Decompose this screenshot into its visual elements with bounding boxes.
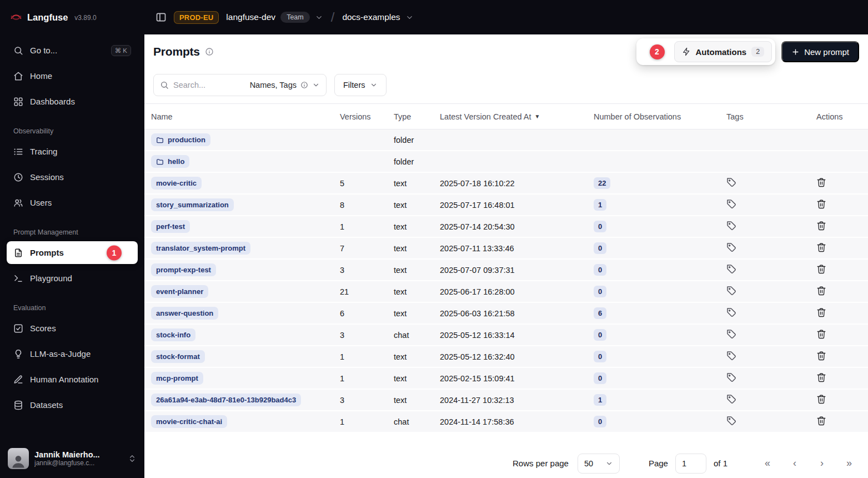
table-row[interactable]: answer-question 6 text 2025-06-03 16:21:… [144,303,868,325]
table-row[interactable]: movie-critic 5 text 2025-07-18 16:10:22 … [144,173,868,195]
sidebar-item-sessions[interactable]: Sessions [7,166,138,188]
tag-icon[interactable] [726,221,736,231]
sidebar-item-tracing[interactable]: Tracing [7,140,138,163]
table-row[interactable]: stock-format 1 text 2025-05-12 16:32:40 … [144,346,868,368]
table-row[interactable]: story_summarization 8 text 2025-07-17 16… [144,195,868,216]
tag-icon[interactable] [726,199,736,209]
search-scope-selector[interactable]: Names, Tags [250,81,320,89]
delete-button[interactable] [816,177,826,187]
delete-button[interactable] [816,286,826,296]
tag-icon[interactable] [726,286,736,296]
delete-button[interactable] [816,221,826,231]
org-switcher[interactable]: langfuse-dev Team [226,12,323,23]
delete-button[interactable] [816,307,826,317]
prompt-name-badge[interactable]: movie-critic-chat-ai [151,415,227,428]
table-row[interactable]: stock-info 3 chat 2025-05-12 16:33:14 0 [144,325,868,346]
rows-per-page-select[interactable]: 50 [578,454,620,474]
prompt-name-badge[interactable]: answer-question [151,307,218,320]
last-page-button[interactable]: » [839,454,860,474]
prompt-name-badge[interactable]: 26a61a94-e3ab-48d7-81e0-13b929bad4c3 [151,394,301,406]
delete-button[interactable] [816,242,826,252]
sidebar-item-goto[interactable]: Go to... ⌘ K [7,39,138,62]
prev-page-button[interactable]: ‹ [784,454,805,474]
prompt-name-badge[interactable]: story_summarization [151,198,234,211]
prompt-name-badge[interactable]: translator_system-prompt [151,242,250,255]
table-row[interactable]: prompt-exp-test 3 text 2025-07-07 09:37:… [144,260,868,281]
table-row[interactable]: translator_system-prompt 7 text 2025-07-… [144,238,868,260]
prompt-name-badge[interactable]: perf-test [151,220,190,233]
table-body: production folder hello folder movie-cri… [144,130,868,449]
column-header-type[interactable]: Type [387,112,433,121]
table-row[interactable]: perf-test 1 text 2025-07-14 20:54:30 0 [144,216,868,238]
delete-button[interactable] [816,394,826,404]
observations-badge: 0 [594,242,606,254]
first-page-button[interactable]: « [757,454,778,474]
tag-icon[interactable] [726,307,736,317]
column-header-tags[interactable]: Tags [720,112,810,121]
delete-button[interactable] [816,264,826,274]
table-row[interactable]: production folder [144,130,868,151]
created-at-cell: 2025-07-18 16:10:22 [433,179,587,188]
prompt-name-badge[interactable]: mcp-prompt [151,372,203,385]
table-row[interactable]: mcp-prompt 1 text 2025-02-15 15:09:41 0 [144,368,868,390]
tag-icon[interactable] [726,264,736,274]
org-name: langfuse-dev [226,12,275,22]
search-input[interactable] [173,81,245,89]
table-row[interactable]: event-planner 21 text 2025-06-17 16:28:0… [144,281,868,303]
prompt-name-badge[interactable]: prompt-exp-test [151,263,216,276]
automations-button[interactable]: Automations 2 [674,41,772,62]
sidebar-item-scores[interactable]: Scores [7,317,138,340]
sidebar-item-dashboards[interactable]: Dashboards [7,90,138,113]
name-cell: prompt-exp-test [144,263,333,276]
column-header-created-at[interactable]: Latest Version Created At▼ [433,112,587,121]
sidebar-item-home[interactable]: Home [7,64,138,87]
prompt-name-badge[interactable]: event-planner [151,285,208,298]
user-menu[interactable]: Jannik Maierho... jannik@langfuse.c... [0,441,144,478]
next-page-button[interactable]: › [811,454,832,474]
prompt-name-badge[interactable]: stock-info [151,328,195,341]
delete-button[interactable] [816,329,826,339]
sidebar-item-prompts[interactable]: Prompts 1 [7,241,138,264]
versions-cell: 8 [333,201,387,210]
column-header-versions[interactable]: Versions [333,112,387,121]
sidebar-item-playground[interactable]: Playground [7,267,138,290]
table-row[interactable]: movie-critic-chat-ai 1 chat 2024-11-14 1… [144,411,868,433]
delete-button[interactable] [816,351,826,361]
sidebar-item-users[interactable]: Users [7,191,138,214]
prompt-name-badge[interactable]: stock-format [151,350,205,363]
name-cell: mcp-prompt [144,372,333,385]
main-content: Prompts 2 Automations 2 New prompt Names… [144,34,868,478]
actions-cell [810,307,868,319]
tag-icon[interactable] [726,372,736,382]
prompt-name-badge[interactable]: hello [151,155,189,168]
sidebar-toggle-icon[interactable] [155,12,167,23]
tag-icon[interactable] [726,177,736,187]
column-header-name[interactable]: Name [144,112,333,121]
sidebar-item-human-annotation[interactable]: Human Annotation [7,368,138,391]
automations-count-badge: 2 [751,47,764,57]
project-switcher[interactable]: docs-examples [342,12,413,22]
sidebar-item-llm-judge[interactable]: LLM-as-a-Judge [7,342,138,365]
tag-icon[interactable] [726,242,736,252]
table-row[interactable]: 26a61a94-e3ab-48d7-81e0-13b929bad4c3 3 t… [144,390,868,411]
sidebar-item-label: Sessions [30,172,64,182]
delete-button[interactable] [816,199,826,209]
tag-icon[interactable] [726,416,736,426]
info-icon[interactable] [205,47,214,56]
tag-icon[interactable] [726,329,736,339]
tag-icon[interactable] [726,351,736,361]
prompt-name-badge[interactable]: production [151,133,210,146]
dashboards-icon [13,97,23,107]
delete-button[interactable] [816,416,826,426]
column-header-observations[interactable]: Number of Observations [587,112,720,121]
delete-button[interactable] [816,372,826,382]
tag-icon[interactable] [726,394,736,404]
filters-button[interactable]: Filters [334,74,387,96]
new-prompt-button[interactable]: New prompt [781,41,859,62]
versions-cell: 5 [333,179,387,188]
type-cell: text [387,352,433,361]
sidebar-item-datasets[interactable]: Datasets [7,394,138,416]
prompt-name-badge[interactable]: movie-critic [151,177,202,190]
page-number-input[interactable] [675,454,706,474]
table-row[interactable]: hello folder [144,151,868,173]
